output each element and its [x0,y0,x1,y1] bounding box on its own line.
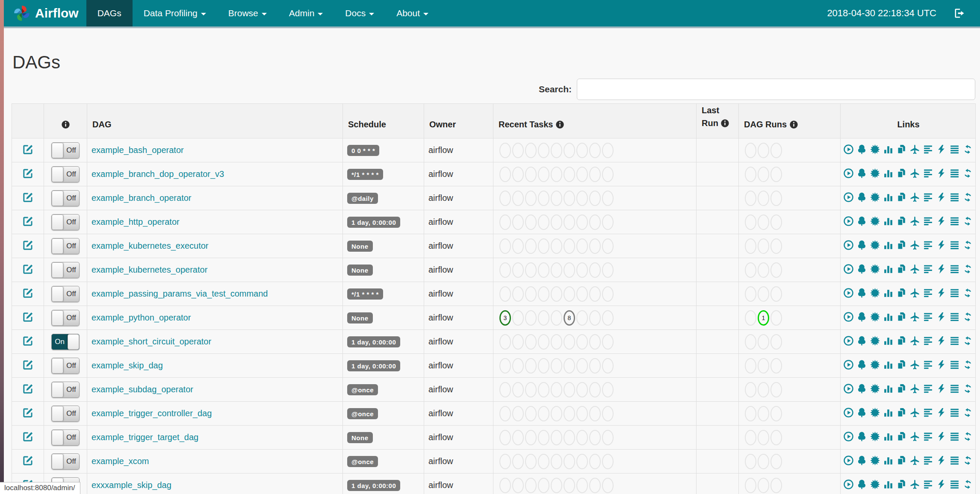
logs-icon[interactable] [949,431,960,442]
code-view-icon[interactable] [936,407,947,418]
tree-view-icon[interactable] [856,431,867,442]
dag-link[interactable]: example_branch_operator [92,193,192,203]
refresh-icon[interactable] [962,288,973,298]
code-view-icon[interactable] [936,240,947,250]
landing-times-icon[interactable] [909,192,920,203]
code-view-icon[interactable] [936,216,947,226]
dag-pause-toggle[interactable]: On [51,334,80,350]
task-tries-icon[interactable] [896,455,907,466]
landing-times-icon[interactable] [909,288,920,298]
code-view-icon[interactable] [936,383,947,394]
refresh-icon[interactable] [962,455,973,466]
task-tries-icon[interactable] [896,144,907,155]
tree-view-icon[interactable] [856,216,867,226]
task-tries-icon[interactable] [896,407,907,418]
graph-view-icon[interactable] [870,359,880,370]
trigger-dag-icon[interactable] [843,479,854,490]
tree-view-icon[interactable] [856,168,867,179]
refresh-icon[interactable] [962,335,973,346]
edit-dag-icon[interactable] [22,215,34,227]
task-duration-icon[interactable] [883,383,894,394]
task-duration-icon[interactable] [883,312,894,322]
edit-dag-icon[interactable] [22,407,34,418]
gantt-view-icon[interactable] [923,240,933,250]
dag-link[interactable]: example_passing_params_via_test_command [92,289,268,298]
logs-icon[interactable] [949,335,960,346]
graph-view-icon[interactable] [870,431,880,442]
logout-icon[interactable] [953,7,965,19]
dag-link[interactable]: example_trigger_controller_dag [92,409,212,418]
tree-view-icon[interactable] [856,383,867,394]
trigger-dag-icon[interactable] [843,431,854,442]
logs-icon[interactable] [949,240,960,250]
landing-times-icon[interactable] [909,312,920,322]
dag-link[interactable]: example_subdag_operator [92,385,193,394]
tree-view-icon[interactable] [856,144,867,155]
edit-dag-icon[interactable] [22,383,34,394]
edit-dag-icon[interactable] [22,431,34,442]
tree-view-icon[interactable] [856,335,867,346]
logs-icon[interactable] [949,383,960,394]
landing-times-icon[interactable] [909,359,920,370]
refresh-icon[interactable] [962,240,973,250]
task-tries-icon[interactable] [896,216,907,226]
dag-link[interactable]: example_python_operator [92,313,191,322]
task-duration-icon[interactable] [883,335,894,346]
landing-times-icon[interactable] [909,407,920,418]
trigger-dag-icon[interactable] [843,455,854,466]
trigger-dag-icon[interactable] [843,383,854,394]
dag-link[interactable]: example_short_circuit_operator [92,337,211,346]
edit-dag-icon[interactable] [22,359,34,370]
code-view-icon[interactable] [936,431,947,442]
refresh-icon[interactable] [962,264,973,274]
gantt-view-icon[interactable] [923,264,933,274]
dag-link[interactable]: example_bash_operator [92,145,184,155]
task-tries-icon[interactable] [896,168,907,179]
task-tries-icon[interactable] [896,288,907,298]
graph-view-icon[interactable] [870,312,880,322]
airflow-brand[interactable]: Airflow [0,0,86,26]
task-tries-icon[interactable] [896,383,907,394]
dag-pause-toggle[interactable]: Off [51,166,80,182]
tree-view-icon[interactable] [856,407,867,418]
tree-view-icon[interactable] [856,192,867,203]
graph-view-icon[interactable] [870,144,880,155]
graph-view-icon[interactable] [870,288,880,298]
graph-view-icon[interactable] [870,264,880,274]
task-duration-icon[interactable] [883,431,894,442]
logs-icon[interactable] [949,455,960,466]
landing-times-icon[interactable] [909,335,920,346]
graph-view-icon[interactable] [870,383,880,394]
refresh-icon[interactable] [962,312,973,322]
gantt-view-icon[interactable] [923,192,933,203]
gantt-view-icon[interactable] [923,312,933,322]
tree-view-icon[interactable] [856,312,867,322]
graph-view-icon[interactable] [870,168,880,179]
trigger-dag-icon[interactable] [843,359,854,370]
task-duration-icon[interactable] [883,455,894,466]
edit-dag-icon[interactable] [22,144,34,155]
dag-pause-toggle[interactable]: Off [51,214,80,230]
tree-view-icon[interactable] [856,479,867,490]
edit-dag-icon[interactable] [22,263,34,275]
landing-times-icon[interactable] [909,479,920,490]
refresh-icon[interactable] [962,479,973,490]
graph-view-icon[interactable] [870,216,880,226]
dag-link[interactable]: example_http_operator [92,217,180,226]
code-view-icon[interactable] [936,359,947,370]
task-duration-icon[interactable] [883,144,894,155]
logs-icon[interactable] [949,288,960,298]
gantt-view-icon[interactable] [923,216,933,226]
logs-icon[interactable] [949,264,960,274]
dag-link[interactable]: example_kubernetes_operator [92,265,207,274]
task-duration-icon[interactable] [883,168,894,179]
trigger-dag-icon[interactable] [843,335,854,346]
refresh-icon[interactable] [962,168,973,179]
gantt-view-icon[interactable] [923,144,933,155]
task-state-circle-running[interactable]: 1 [758,310,769,326]
trigger-dag-icon[interactable] [843,168,854,179]
task-duration-icon[interactable] [883,407,894,418]
dag-link[interactable]: exxxample_skip_dag [92,480,171,490]
nav-item-data-profiling[interactable]: Data Profiling [133,0,217,26]
tree-view-icon[interactable] [856,240,867,250]
